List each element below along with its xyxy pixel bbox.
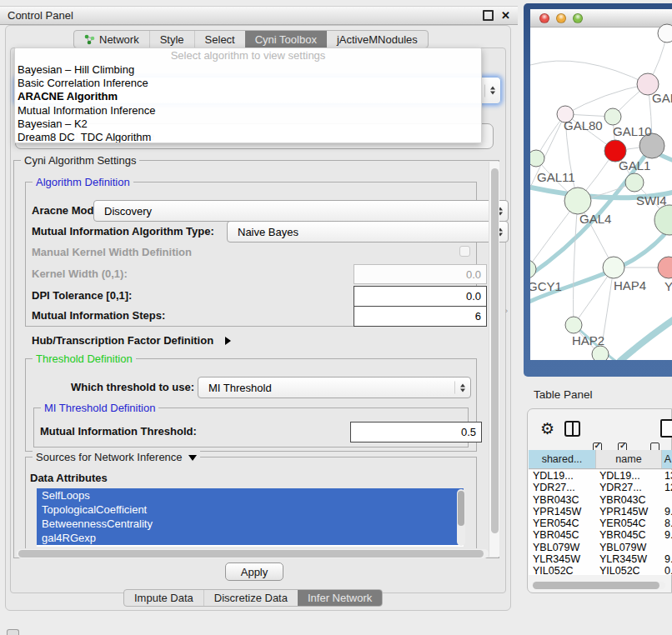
table-cell: YLR345W [599, 553, 660, 565]
node-label: GAL [652, 91, 672, 105]
network-node[interactable] [658, 24, 672, 42]
algorithm-option[interactable]: Dream8 DC_TDC Algorithm [15, 131, 481, 143]
table-cell: YBL079W [599, 542, 660, 553]
attribute-item[interactable]: TopologicalCoefficient [37, 502, 464, 517]
network-node[interactable] [654, 205, 672, 235]
table-rows: YDL19...YDL19...13YDR27...YDR27...12YBR0… [529, 470, 672, 575]
network-node[interactable] [565, 317, 582, 333]
table-row[interactable]: YPR145WYPR145W9. [529, 506, 672, 518]
data-attributes-list: SelfLoopsTopologicalCoefficientBetweenne… [37, 488, 464, 547]
tab-jactivemnodules[interactable]: jActiveMNodules [327, 31, 428, 48]
attribute-item[interactable]: BetweennessCentrality [37, 517, 464, 531]
attribute-item[interactable]: gal4RGexp [37, 531, 464, 545]
settings-horizontal-scrollbar[interactable] [17, 549, 489, 558]
float-window-icon[interactable] [483, 10, 494, 21]
column-header[interactable]: A [662, 450, 672, 468]
tab-label: Impute Data [134, 592, 193, 604]
attributes-scrollbar[interactable] [457, 489, 465, 546]
table-row[interactable]: YDR27...YDR27...12 [529, 482, 672, 493]
table-row[interactable]: YER054CYER054C8. [529, 518, 672, 529]
table-row[interactable]: YBR043CYBR043C [529, 494, 672, 506]
table-cell: 8. [664, 518, 672, 529]
mi-type-value: Naive Bayes [238, 226, 298, 238]
node-label: HAP2 [572, 333, 604, 348]
panel-divider-handle[interactable]: › [505, 307, 508, 315]
network-node[interactable] [604, 108, 621, 125]
table-row[interactable]: YLR345WYLR345W9. [529, 553, 672, 565]
network-canvas[interactable]: GALGAL80GAL10GAL1GAL11SWI4GAL4GCY1HAP4YH… [530, 28, 672, 360]
node-label: GAL4 [579, 212, 611, 226]
threshold-definition-title: Threshold Definition [33, 352, 136, 365]
network-node[interactable] [530, 150, 544, 167]
table-row[interactable]: YIL052CYIL052C0. [529, 565, 672, 575]
which-threshold-combo[interactable]: MI Threshold [198, 377, 471, 398]
network-edge [620, 316, 672, 360]
network-node[interactable] [530, 260, 536, 278]
kernel-width-field[interactable]: 0.0 [354, 264, 487, 284]
tab-cyni-toolbox[interactable]: Cyni Toolbox [245, 31, 327, 48]
mi-threshold-field[interactable]: 0.5 [350, 422, 482, 442]
table-row[interactable]: YBR045CYBR045C9. [529, 529, 672, 541]
minimize-window-icon[interactable] [556, 13, 566, 23]
settings-vertical-scrollbar[interactable] [489, 162, 499, 557]
apply-button[interactable]: Apply [225, 562, 283, 581]
mi-type-combo[interactable]: Naive Bayes [227, 221, 509, 242]
tab-label: Network [99, 33, 139, 46]
hub-definition-label: Hub/Transcription Factor Definition [32, 334, 213, 347]
table-cell: YDL19... [599, 470, 660, 482]
sources-group-title[interactable]: Sources for Network Inference [33, 451, 200, 463]
table-row[interactable]: YBL079WYBL079W [529, 542, 672, 553]
attribute-item[interactable]: SelfLoops [37, 488, 464, 502]
network-icon [84, 34, 95, 45]
tab-label: jActiveMNodules [337, 33, 418, 46]
cyni-bottom-tabs: Impute DataDiscretize DataInfer Network [123, 589, 383, 607]
network-node[interactable] [625, 173, 644, 192]
new-table-icon[interactable] [660, 419, 672, 438]
tab-discretize-data[interactable]: Discretize Data [203, 590, 298, 606]
tab-impute-data[interactable]: Impute Data [124, 590, 203, 606]
tab-network[interactable]: Network [74, 31, 149, 48]
aracne-mode-combo[interactable]: Discovery [93, 200, 509, 222]
network-window-titlebar [530, 9, 672, 28]
column-header[interactable]: name [596, 450, 662, 468]
algorithm-option[interactable]: Mutual Information Inference [15, 104, 481, 118]
mi-steps-value: 6 [475, 310, 481, 322]
close-window-icon[interactable] [539, 13, 549, 23]
table-cell: YDR27... [599, 482, 660, 493]
table-cell: 0. [664, 565, 672, 575]
table-row[interactable]: YDL19...YDL19...13 [529, 470, 672, 482]
control-panel-title: Control Panel [8, 9, 73, 22]
apply-button-label: Apply [241, 566, 268, 578]
mi-steps-field[interactable]: 6 [354, 306, 487, 327]
table-cell: 9. [664, 529, 672, 541]
algorithm-option[interactable]: ARACNE Algorithm [15, 90, 481, 103]
mi-type-label: Mutual Information Algorithm Type: [32, 225, 214, 238]
network-node[interactable] [564, 188, 591, 214]
close-icon[interactable]: ✕ [501, 10, 510, 21]
table-cell: 9. [664, 506, 672, 518]
network-node[interactable] [658, 257, 672, 278]
table-cell: YPR145W [599, 506, 660, 518]
tab-style[interactable]: Style [149, 31, 194, 48]
tab-infer-network[interactable]: Infer Network [298, 590, 382, 606]
algorithm-option[interactable]: Bayesian – K2 [15, 118, 481, 131]
table-settings-gear-icon[interactable]: ⚙ [540, 421, 554, 437]
hub-definition-expander[interactable]: Hub/Transcription Factor Definition [32, 332, 231, 348]
dpi-tolerance-value: 0.0 [466, 290, 481, 302]
table-horizontal-scrollbar[interactable] [532, 582, 665, 589]
column-header[interactable]: shared... [529, 450, 596, 468]
network-view-inner: GALGAL80GAL10GAL1GAL11SWI4GAL4GCY1HAP4YH… [530, 9, 672, 360]
tab-select[interactable]: Select [194, 31, 245, 48]
network-node[interactable] [603, 257, 624, 278]
settings-group-title: Cyni Algorithm Settings [21, 154, 139, 167]
zoom-window-icon[interactable] [573, 13, 583, 23]
combo-stepper-icon [484, 84, 495, 97]
algorithm-option[interactable]: Basic Correlation Inference [15, 77, 481, 90]
manual-kernel-checkbox[interactable] [459, 246, 470, 257]
dpi-tolerance-field[interactable]: 0.0 [354, 286, 487, 307]
column-layout-icon[interactable] [564, 421, 580, 437]
tab-label: Infer Network [308, 592, 372, 604]
manual-kernel-label: Manual Kernel Width Definition [32, 246, 192, 258]
network-node[interactable] [592, 346, 609, 360]
algorithm-option[interactable]: Bayesian – Hill Climbing [15, 63, 481, 77]
